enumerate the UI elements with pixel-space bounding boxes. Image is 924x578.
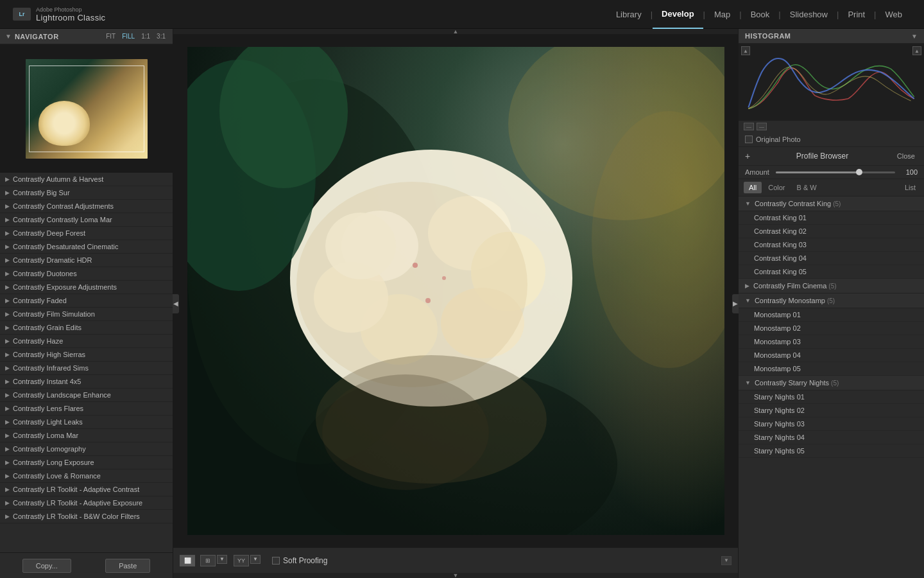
soft-proofing-checkbox[interactable]: [272, 557, 280, 565]
filter-all-tab[interactable]: All: [744, 182, 762, 193]
grid-view-btn[interactable]: ⊞: [200, 555, 216, 566]
main-flower-image: [187, 47, 724, 535]
profile-item-sn01[interactable]: Starry Nights 01: [739, 390, 924, 404]
profile-item-ck05[interactable]: Contrast King 05: [739, 265, 924, 279]
profile-item-ms02[interactable]: Monostamp 02: [739, 322, 924, 335]
preset-item-exposure[interactable]: ▶ Contrastly Exposure Adjustments: [0, 281, 173, 294]
paste-button[interactable]: Paste: [105, 559, 150, 573]
navigator-image: [26, 59, 148, 159]
histogram-dropdown-arrow[interactable]: ▼: [911, 33, 918, 40]
more-view-options: YY ▼: [234, 555, 261, 566]
preset-item-film-sim[interactable]: ▶ Contrastly Film Simulation: [0, 308, 173, 321]
zoom-3-1-btn[interactable]: 3:1: [155, 32, 167, 40]
preset-item-lomography[interactable]: ▶ Contrastly Lomography: [0, 442, 173, 456]
top-bar: Lr Adobe Photoshop Lightroom Classic Lib…: [0, 0, 924, 29]
zoom-fit-btn[interactable]: FIT: [104, 32, 117, 40]
highlight-clipping-btn[interactable]: ▲: [912, 46, 921, 55]
preset-item-duotones[interactable]: ▶ Contrastly Duotones: [0, 267, 173, 281]
top-panel-toggle[interactable]: ▲: [173, 29, 738, 34]
preset-item-long-exposure[interactable]: ▶ Contrastly Long Exposure: [0, 456, 173, 469]
right-panel-toggle[interactable]: ▶: [732, 294, 739, 313]
profile-list: ▼ Contrastly Contrast King (5) Contrast …: [739, 197, 924, 578]
profile-group-film-cinema[interactable]: ▶ Contrastly Film Cinema (5): [739, 279, 924, 293]
preset-item-light-leaks[interactable]: ▶ Contrastly Light Leaks: [0, 416, 173, 429]
copy-button[interactable]: Copy...: [22, 559, 71, 573]
histogram-header[interactable]: Histogram ▼: [739, 29, 924, 44]
preset-item-lens-flares[interactable]: ▶ Contrastly Lens Flares: [0, 402, 173, 416]
profile-item-ms01[interactable]: Monostamp 01: [739, 308, 924, 322]
preset-item-contrast-adj[interactable]: ▶ Contrastly Contrast Adjustments: [0, 200, 173, 213]
profile-group-film-cinema-name: Contrastly Film Cinema: [753, 282, 826, 290]
single-view-btn[interactable]: ⬜: [180, 555, 195, 566]
profile-browser-title: Profile Browser: [796, 152, 848, 161]
hist-icon-2[interactable]: —: [757, 123, 767, 130]
preset-item-loma-mar[interactable]: ▶ Contrastly Loma Mar: [0, 429, 173, 442]
original-photo-label: Original Photo: [756, 136, 801, 143]
brand-text: Adobe Photoshop Lightroom Classic: [36, 6, 105, 22]
profile-group-monostamp[interactable]: ▼ Contrastly Monostamp (5): [739, 293, 924, 308]
nav-print[interactable]: Print: [839, 0, 874, 29]
lr-icon: Lr: [13, 8, 31, 21]
preset-item-infrared[interactable]: ▶ Contrastly Infrared Sims: [0, 362, 173, 375]
top-nav: Library | Develop | Map | Book | Slidesh…: [607, 0, 911, 29]
nav-develop[interactable]: Develop: [653, 0, 703, 29]
nav-map[interactable]: Map: [705, 0, 739, 29]
preset-item-instant[interactable]: ▶ Contrastly Instant 4x5: [0, 375, 173, 389]
nav-book[interactable]: Book: [742, 0, 779, 29]
profile-group-contrast-king[interactable]: ▼ Contrastly Contrast King (5): [739, 197, 924, 211]
preset-item-lr-toolkit-exposure[interactable]: ▶ Contrastly LR Toolkit - Adaptive Expos…: [0, 496, 173, 510]
amount-slider[interactable]: [776, 171, 895, 173]
preset-item-loma-mar-orig[interactable]: ▶ Contrastly Contrastly Loma Mar: [0, 213, 173, 227]
profile-group-starry-nights[interactable]: ▼ Contrastly Starry Nights (5): [739, 376, 924, 390]
compare-dropdown-btn[interactable]: ▼: [250, 555, 261, 564]
preset-item-landscape[interactable]: ▶ Contrastly Landscape Enhance: [0, 389, 173, 402]
soft-proofing-label: Soft Proofing: [283, 556, 327, 565]
bottom-bar-expand-btn[interactable]: ▼: [721, 556, 732, 565]
list-view-toggle[interactable]: List: [902, 182, 919, 193]
profile-item-sn03[interactable]: Starry Nights 03: [739, 417, 924, 431]
bottom-panel-toggle[interactable]: ▼: [173, 573, 738, 578]
profile-add-button[interactable]: +: [745, 151, 750, 161]
preset-item-high-sierras[interactable]: ▶ Contrastly High Sierras: [0, 348, 173, 362]
preset-item-grain[interactable]: ▶ Contrastly Grain Edits: [0, 321, 173, 335]
shadow-clipping-btn[interactable]: ▲: [741, 46, 750, 55]
svg-point-15: [425, 298, 431, 303]
navigator-header[interactable]: ▼ Navigator FIT FILL 1:1 3:1: [0, 29, 173, 44]
profile-group-film-cinema-count: (5): [828, 283, 836, 290]
profile-item-ck01[interactable]: Contrast King 01: [739, 211, 924, 225]
preset-item-deep-forest[interactable]: ▶ Contrastly Deep Forest: [0, 227, 173, 240]
profile-item-sn04[interactable]: Starry Nights 04: [739, 431, 924, 444]
filter-bw-tab[interactable]: B & W: [792, 182, 822, 193]
profile-close-button[interactable]: Close: [894, 151, 918, 161]
profile-group-starry-nights-name: Contrastly Starry Nights: [755, 379, 829, 387]
nav-slideshow[interactable]: Slideshow: [781, 0, 837, 29]
hist-icon-1[interactable]: —: [744, 123, 754, 130]
nav-library[interactable]: Library: [607, 0, 651, 29]
preset-item-lr-toolkit-bw[interactable]: ▶ Contrastly LR Toolkit - B&W Color Filt…: [0, 510, 173, 523]
preset-item-autumn[interactable]: ▶ Contrastly Autumn & Harvest: [0, 173, 173, 186]
filter-color-tab[interactable]: Color: [763, 182, 790, 193]
preset-item-lr-toolkit-contrast[interactable]: ▶ Contrastly LR Toolkit - Adaptive Contr…: [0, 483, 173, 496]
preset-item-love-romance[interactable]: ▶ Contrastly Love & Romance: [0, 469, 173, 483]
profile-item-ck03[interactable]: Contrast King 03: [739, 238, 924, 252]
profile-item-sn05[interactable]: Starry Nights 05: [739, 444, 924, 458]
profile-item-ms05[interactable]: Monostamp 05: [739, 362, 924, 376]
preset-item-bigsur[interactable]: ▶ Contrastly Big Sur: [0, 186, 173, 200]
preset-item-desat-cine[interactable]: ▶ Contrastly Desaturated Cinematic: [0, 240, 173, 254]
view-dropdown-btn[interactable]: ▼: [217, 555, 227, 564]
profile-group-monostamp-name: Contrastly Monostamp: [755, 297, 825, 304]
compare-view-btn[interactable]: YY: [234, 555, 249, 566]
preset-item-haze[interactable]: ▶ Contrastly Haze: [0, 335, 173, 348]
profile-item-ms03[interactable]: Monostamp 03: [739, 335, 924, 349]
preset-item-faded[interactable]: ▶ Contrastly Faded: [0, 294, 173, 308]
zoom-1-1-btn[interactable]: 1:1: [139, 32, 152, 40]
nav-web[interactable]: Web: [877, 0, 912, 29]
profile-item-ms04[interactable]: Monostamp 04: [739, 349, 924, 362]
profile-item-ck04[interactable]: Contrast King 04: [739, 252, 924, 265]
profile-item-ck02[interactable]: Contrast King 02: [739, 225, 924, 238]
original-photo-checkbox[interactable]: [745, 136, 753, 143]
preset-item-dramatic-hdr[interactable]: ▶ Contrastly Dramatic HDR: [0, 254, 173, 267]
left-panel-toggle[interactable]: ◀: [173, 294, 179, 313]
zoom-fill-btn[interactable]: FILL: [120, 32, 137, 40]
profile-item-sn02[interactable]: Starry Nights 02: [739, 404, 924, 417]
